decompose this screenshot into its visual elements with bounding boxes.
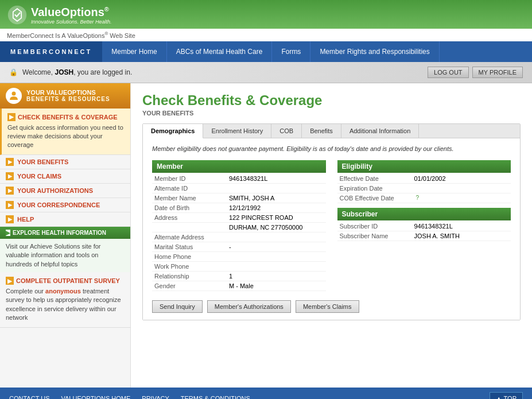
cob-help-icon[interactable]: ? — [416, 195, 420, 202]
member-label-6: Alternate Address — [154, 234, 229, 241]
footer-contact-us[interactable]: CONTACT US — [9, 395, 50, 399]
member-label-5 — [154, 224, 229, 231]
tabs-row: Demographics Enrollment History COB Bene… — [143, 124, 520, 138]
member-row-11: Gender M - Male — [152, 281, 326, 291]
members-authorizations-button[interactable]: Member's Authorizations — [207, 300, 291, 313]
member-value-4: 122 PINCREST ROAD — [229, 214, 293, 221]
logo-text: ValueOptions® Innovative Solutions. Bett… — [31, 6, 112, 25]
member-label-1: Alternate ID — [154, 185, 229, 192]
eligibility-row-1: Expiration Date — [337, 184, 511, 193]
check-benefits-label: CHECK BENEFITS & COVERAGE — [18, 114, 118, 121]
welcome-bar: 🔒 Welcome, JOSH, you are logged in. LOG … — [0, 62, 532, 83]
sidebar-item-your-benefits[interactable]: ▶ YOUR BENEFITS — [0, 155, 130, 169]
member-value-3: 12/12/1992 — [229, 204, 261, 211]
survey-anonymous-link[interactable]: anonymous — [45, 288, 81, 295]
tab-enrollment-history[interactable]: Enrollment History — [203, 124, 271, 138]
eligibility-label-2: COB Effective Date — [340, 195, 414, 202]
member-row-1: Alternate ID — [152, 184, 326, 193]
check-benefits-section[interactable]: ▶ CHECK BENEFITS & COVERAGE Get quick ac… — [0, 109, 130, 155]
lock-icon: 🔒 — [9, 68, 18, 76]
member-row-10: Relationship 1 — [152, 272, 326, 281]
member-row-6: Alternate Address — [152, 233, 326, 242]
sidebar-item-your-correspondence[interactable]: ▶ YOUR CORRESPONDENCE — [0, 198, 130, 212]
member-value-0: 9461348321L — [229, 175, 267, 182]
nav-forms[interactable]: Forms — [272, 41, 310, 62]
tab-additional-info[interactable]: Additional Information — [341, 124, 419, 138]
welcome-buttons: LOG OUT MY PROFILE — [428, 67, 523, 78]
nav-arrow-icon-5: ▶ — [6, 215, 14, 223]
your-correspondence-label: YOUR CORRESPONDENCE — [17, 202, 100, 208]
nav-arrow-icon-4: ▶ — [6, 201, 14, 209]
subscriber-value-0: 9461348321L — [414, 223, 453, 230]
subscriber-row-1: Subscriber Name JOSH A. SMITH — [337, 231, 511, 241]
your-benefits-label: YOUR BENEFITS — [17, 158, 68, 165]
sidebar-item-your-authorizations[interactable]: ▶ YOUR AUTHORIZATIONS — [0, 184, 130, 198]
member-section-header: Member — [152, 160, 326, 173]
member-label-10: Relationship — [154, 273, 229, 280]
eligibility-value-0: 01/01/2002 — [414, 175, 446, 182]
sidebar-sub: BENEFITS & RESOURCES — [26, 96, 110, 102]
check-benefits-arrow: ▶ — [7, 113, 15, 121]
subscriber-label-1: Subscriber Name — [340, 233, 414, 239]
eligibility-row-0: Effective Date 01/01/2002 — [337, 174, 511, 184]
member-row-8: Home Phone — [152, 252, 326, 262]
nav-arrow-icon-1: ▶ — [6, 158, 14, 166]
survey-title[interactable]: ▶ COMPLETE OUTPATIENT SURVEY — [6, 277, 125, 285]
your-claims-label: YOUR CLAIMS — [17, 173, 61, 180]
member-label-8: Home Phone — [154, 253, 229, 260]
check-benefits-desc: Get quick access information you need to… — [7, 123, 125, 150]
explore-desc: Visit our Achieve Solutions site for val… — [0, 239, 130, 272]
tab-cob[interactable]: COB — [271, 124, 302, 138]
sidebar-title: YOUR VALUEOPTIONS — [26, 89, 110, 96]
tab-benefits[interactable]: Benefits — [302, 124, 341, 138]
nav-member-rights[interactable]: Member Rights and Responsibilities — [310, 41, 439, 62]
nav-abcs[interactable]: ABCs of Mental Health Care — [167, 41, 273, 62]
footer-links: CONTACT US VALUEOPTIONS HOME PRIVACY TER… — [9, 395, 250, 399]
logo-icon — [7, 5, 28, 25]
nav-arrow-icon-2: ▶ — [6, 172, 14, 180]
members-claims-button[interactable]: Member's Claims — [296, 300, 359, 313]
welcome-username: JOSH — [55, 68, 73, 76]
footer-terms[interactable]: TERMS & CONDITIONS — [181, 395, 250, 399]
eligibility-row-2: COB Effective Date ? — [337, 193, 511, 203]
check-benefits-title[interactable]: ▶ CHECK BENEFITS & COVERAGE — [7, 113, 125, 121]
subscriber-value-1: JOSH A. SMITH — [414, 233, 460, 239]
nav-brand: MEMBERCONNECT — [0, 41, 102, 62]
sidebar-header: YOUR VALUEOPTIONS BENEFITS & RESOURCES — [0, 83, 130, 109]
sidebar-item-your-claims[interactable]: ▶ YOUR CLAIMS — [0, 169, 130, 184]
sidebar: YOUR VALUEOPTIONS BENEFITS & RESOURCES ▶… — [0, 83, 131, 388]
tab-content: Member eligibility does not guarantee pa… — [143, 138, 520, 320]
survey-section: ▶ COMPLETE OUTPATIENT SURVEY Complete ou… — [0, 272, 130, 328]
your-authorizations-label: YOUR AUTHORIZATIONS — [17, 187, 93, 194]
top-button[interactable]: ▲ TOP — [490, 392, 523, 399]
explore-title[interactable]: ▶ EXPLORE HEALTH INFORMATION — [0, 227, 130, 239]
eligibility-section-header: Eligibility — [337, 160, 511, 173]
content-area: Check Benefits & Coverage YOUR BENEFITS … — [131, 83, 532, 388]
sidebar-header-texts: YOUR VALUEOPTIONS BENEFITS & RESOURCES — [26, 89, 110, 102]
nav-arrow-icon-3: ▶ — [6, 187, 14, 195]
logo-area: ValueOptions® Innovative Solutions. Bett… — [7, 5, 112, 25]
my-profile-button[interactable]: MY PROFILE — [472, 67, 523, 78]
send-inquiry-button[interactable]: Send Inquiry — [152, 300, 203, 313]
logout-button[interactable]: LOG OUT — [428, 67, 469, 78]
tab-demographics[interactable]: Demographics — [143, 124, 203, 138]
header-top: ValueOptions® Innovative Solutions. Bett… — [0, 0, 532, 29]
survey-title-label: COMPLETE OUTPATIENT SURVEY — [16, 277, 120, 284]
survey-text-1: Complete our — [6, 288, 45, 295]
person-icon — [9, 91, 19, 101]
nav-member-home[interactable]: Member Home — [102, 41, 166, 62]
footer-privacy[interactable]: PRIVACY — [142, 395, 169, 399]
member-row-0: Member ID 9461348321L — [152, 174, 326, 184]
help-label: HELP — [17, 216, 34, 223]
nav-links: Member Home ABCs of Mental Health Care F… — [102, 41, 440, 62]
welcome-post: , you are logged in. — [73, 68, 132, 76]
member-row-9: Work Phone — [152, 262, 326, 272]
member-label-9: Work Phone — [154, 263, 229, 270]
member-section: Member Member ID 9461348321L Alternate I… — [152, 160, 326, 291]
sidebar-item-help[interactable]: ▶ HELP — [0, 212, 130, 227]
welcome-pre: Welcome, — [22, 68, 55, 76]
page-title: Check Benefits & Coverage — [142, 92, 521, 109]
footer-valueoptions-home[interactable]: VALUEOPTIONS HOME — [61, 395, 131, 399]
info-grid: Member Member ID 9461348321L Alternate I… — [152, 160, 511, 291]
member-value-2: SMITH, JOSH A — [229, 195, 274, 202]
